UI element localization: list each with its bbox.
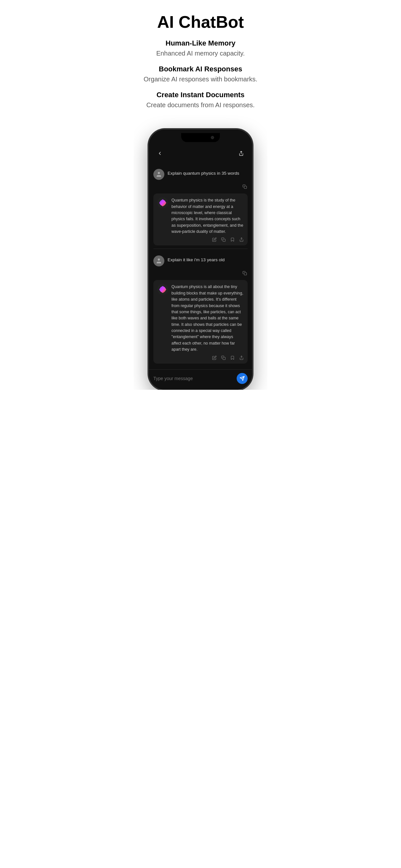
page-wrapper: AI ChatBot Human-Like Memory Enhanced AI…	[134, 0, 267, 390]
copy-ai-msg-1-button[interactable]	[221, 237, 226, 243]
copy-user-msg-1-button[interactable]	[243, 184, 247, 190]
chat-input-bar	[149, 369, 252, 390]
ai-avatar-2	[157, 284, 168, 295]
feature-bookmark-desc: Organize AI responses with bookmarks.	[140, 74, 261, 84]
feature-human-memory: Human-Like Memory Enhanced AI memory cap…	[140, 39, 261, 58]
ai-message-content-2: Quantum physics is all about the tiny bu…	[172, 284, 244, 361]
header-section: AI ChatBot Human-Like Memory Enhanced AI…	[140, 13, 261, 126]
copy-icon-ai-2	[221, 355, 226, 360]
feature-documents: Create Instant Documents Create document…	[140, 91, 261, 110]
ai-avatar-graphic-2	[159, 286, 166, 293]
copy-icon-2	[243, 271, 247, 275]
feature-bookmark-title: Bookmark AI Responses	[140, 65, 261, 73]
user-message-2: Explain it like i'm 13 years old	[153, 252, 248, 268]
bookmark-ai-msg-1-button[interactable]	[230, 237, 235, 243]
ai-message-text-1: Quantum physics is the study of the beha…	[172, 197, 244, 235]
edit-icon-1	[212, 237, 217, 242]
user-message-2-actions	[153, 270, 248, 278]
copy-icon-ai-1	[221, 237, 226, 242]
bookmark-icon-1	[230, 237, 235, 242]
svg-point-1	[158, 172, 160, 175]
ai-message-1: Quantum physics is the study of the beha…	[153, 193, 248, 245]
chat-topbar	[149, 146, 252, 162]
edit-icon-2	[212, 355, 217, 360]
app-title: AI ChatBot	[140, 13, 261, 31]
ai-avatar-1	[157, 197, 168, 208]
svg-rect-3	[223, 239, 225, 242]
user-message-1: Explain quantum physics in 35 words	[153, 166, 248, 181]
notch	[181, 133, 220, 142]
svg-point-5	[158, 259, 160, 261]
user-message-text-2: Explain it like i'm 13 years old	[167, 255, 248, 262]
feature-human-memory-desc: Enhanced AI memory capacity.	[140, 49, 261, 58]
chat-messages: Explain quantum physics in 35 words	[149, 162, 252, 367]
ai-message-2: Quantum physics is all about the tiny bu…	[153, 280, 248, 363]
chat-screen: Explain quantum physics in 35 words	[149, 146, 252, 390]
phone-screen: Explain quantum physics in 35 words	[149, 129, 252, 390]
copy-ai-msg-2-button[interactable]	[221, 355, 226, 361]
copy-icon-1	[243, 184, 247, 189]
status-bar	[149, 129, 252, 146]
share-icon-2	[239, 355, 244, 360]
user-icon-2	[156, 258, 162, 264]
back-button[interactable]	[155, 148, 165, 159]
share-ai-msg-1-button[interactable]	[239, 237, 244, 243]
feature-documents-title: Create Instant Documents	[140, 91, 261, 99]
ai-avatar-graphic-1	[159, 199, 166, 206]
ai-message-content-1: Quantum physics is the study of the beha…	[172, 197, 244, 243]
edit-ai-msg-2-button[interactable]	[212, 355, 217, 361]
phone-mockup: Explain quantum physics in 35 words	[140, 126, 261, 390]
user-message-1-actions	[153, 183, 248, 191]
copy-user-msg-2-button[interactable]	[243, 271, 247, 277]
ai-message-text-2: Quantum physics is all about the tiny bu…	[172, 284, 244, 352]
edit-ai-msg-1-button[interactable]	[212, 237, 217, 243]
svg-rect-2	[244, 186, 247, 189]
user-avatar-1	[153, 169, 164, 180]
share-icon	[239, 151, 244, 156]
message-divider	[153, 249, 248, 249]
back-icon	[157, 151, 162, 156]
chat-input-field[interactable]	[153, 376, 234, 381]
bookmark-icon-2	[230, 355, 235, 360]
ai-message-1-actions	[172, 235, 244, 243]
ai-message-2-actions	[172, 353, 244, 361]
phone-frame: Explain quantum physics in 35 words	[149, 129, 252, 390]
send-button[interactable]	[237, 373, 248, 384]
feature-human-memory-title: Human-Like Memory	[140, 39, 261, 48]
user-avatar-2	[153, 255, 164, 267]
bookmark-ai-msg-2-button[interactable]	[230, 355, 235, 361]
svg-rect-7	[223, 357, 225, 360]
user-icon-1	[156, 171, 162, 178]
share-ai-msg-2-button[interactable]	[239, 355, 244, 361]
feature-documents-desc: Create documents from AI responses.	[140, 100, 261, 110]
feature-bookmark: Bookmark AI Responses Organize AI respon…	[140, 65, 261, 84]
share-button[interactable]	[236, 148, 246, 159]
front-camera	[211, 136, 214, 139]
user-message-text-1: Explain quantum physics in 35 words	[167, 169, 248, 176]
send-icon	[240, 376, 245, 381]
share-icon-1	[239, 237, 244, 242]
svg-rect-6	[244, 273, 247, 275]
